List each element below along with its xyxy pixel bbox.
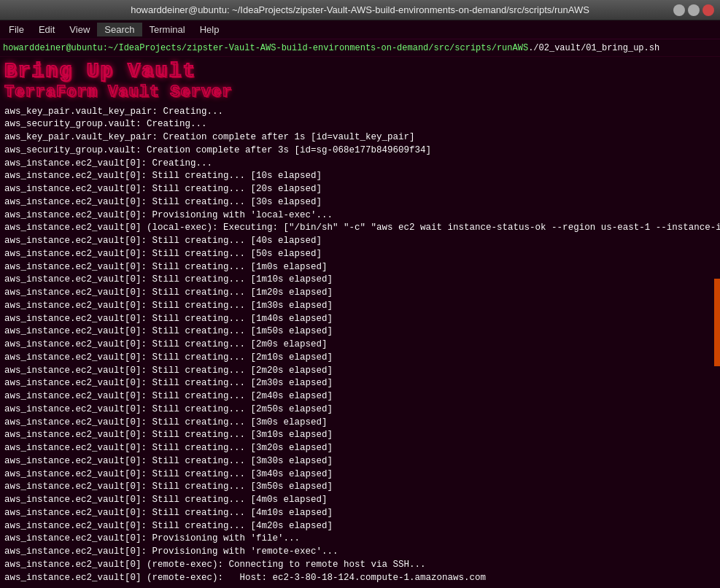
terminal-line: aws_instance.ec2_vault[0]: Still creatin… [4, 287, 716, 300]
menu-item-file[interactable]: File [1, 23, 31, 36]
terminal-line: aws_instance.ec2_vault[0]: Still creatin… [4, 300, 716, 313]
terminal-line: aws_instance.ec2_vault[0] (remote-exec):… [4, 572, 716, 585]
terminal-line: aws_instance.ec2_vault[0]: Still creatin… [4, 183, 716, 196]
terminal-line: aws_instance.ec2_vault[0]: Provisioning … [4, 209, 716, 223]
terminal-output: aws_key_pair.vault_key_pair: Creating...… [4, 106, 716, 585]
maximize-button[interactable] [688, 4, 700, 16]
terminal-line: aws_instance.ec2_vault[0]: Still creatin… [4, 261, 716, 274]
title-bar: howarddeiner@ubuntu: ~/IdeaProjects/zips… [0, 0, 720, 20]
terminal-line: aws_instance.ec2_vault[0]: Still creatin… [4, 403, 716, 417]
close-button[interactable] [702, 4, 714, 16]
terminal-line: aws_instance.ec2_vault[0]: Still creatin… [4, 507, 716, 520]
terminal-line: aws_instance.ec2_vault[0]: Provisioning … [4, 533, 716, 546]
terminal-line: aws_instance.ec2_vault[0]: Still creatin… [4, 429, 716, 442]
scrollbar[interactable] [714, 279, 720, 366]
prompt-user: howarddeiner@ubuntu:~/IdeaProjects/zipst… [3, 43, 528, 53]
terminal-line: aws_instance.ec2_vault[0]: Still creatin… [4, 442, 716, 455]
terminal-line: aws_instance.ec2_vault[0]: Still creatin… [4, 520, 716, 533]
terminal-line: aws_instance.ec2_vault[0]: Still creatin… [4, 365, 716, 378]
terminal-line: aws_instance.ec2_vault[0]: Still creatin… [4, 196, 716, 209]
terminal-line: aws_instance.ec2_vault[0]: Still creatin… [4, 417, 716, 430]
terminal-line: aws_instance.ec2_vault[0]: Provisioning … [4, 546, 716, 559]
terminal-line: aws_key_pair.vault_key_pair: Creating... [4, 106, 716, 119]
menu-item-view[interactable]: View [62, 23, 97, 36]
prompt-bar: howarddeiner@ubuntu:~/IdeaProjects/zipst… [0, 39, 720, 57]
terminal-line: aws_instance.ec2_vault[0]: Still creatin… [4, 170, 716, 183]
menu-item-terminal[interactable]: Terminal [142, 23, 193, 36]
terminal-content[interactable]: Bring Up Vault TerraForm Vault Server aw… [0, 57, 720, 588]
terminal-line: aws_instance.ec2_vault[0]: Still creatin… [4, 455, 716, 468]
title-bar-text: howarddeiner@ubuntu: ~/IdeaProjects/zips… [131, 4, 589, 15]
terminal-line: aws_instance.ec2_vault[0]: Still creatin… [4, 274, 716, 287]
menu-item-search[interactable]: Search [97, 23, 142, 36]
terminal-line: aws_instance.ec2_vault[0]: Still creatin… [4, 325, 716, 339]
prompt-cmd: ./02_vault/01_bring_up.sh [528, 43, 659, 53]
ascii-art: Bring Up Vault TerraForm Vault Server [4, 60, 716, 103]
menu-bar: FileEditViewSearchTerminalHelp [0, 20, 720, 39]
minimize-button[interactable] [673, 4, 685, 16]
terminal-line: aws_instance.ec2_vault[0]: Creating... [4, 158, 716, 171]
terminal-line: aws_instance.ec2_vault[0]: Still creatin… [4, 390, 716, 403]
terminal-line: aws_instance.ec2_vault[0] (local-exec): … [4, 222, 716, 235]
terminal-line: aws_instance.ec2_vault[0]: Still creatin… [4, 248, 716, 261]
terminal-line: aws_instance.ec2_vault[0] (remote-exec):… [4, 559, 716, 572]
terminal-line: aws_instance.ec2_vault[0]: Still creatin… [4, 235, 716, 248]
ascii-line1: Bring Up Vault [4, 60, 716, 83]
terminal-line: aws_instance.ec2_vault[0]: Still creatin… [4, 468, 716, 481]
terminal-line: aws_security_group.vault: Creation compl… [4, 144, 716, 158]
menu-item-help[interactable]: Help [193, 23, 227, 36]
terminal-line: aws_instance.ec2_vault[0]: Still creatin… [4, 494, 716, 507]
terminal-line: aws_instance.ec2_vault[0]: Still creatin… [4, 481, 716, 494]
window-controls [673, 4, 714, 16]
terminal-line: aws_instance.ec2_vault[0]: Still creatin… [4, 377, 716, 390]
menu-item-edit[interactable]: Edit [31, 23, 62, 36]
terminal-line: aws_instance.ec2_vault[0]: Still creatin… [4, 313, 716, 326]
terminal-line: aws_key_pair.vault_key_pair: Creation co… [4, 131, 716, 144]
terminal-line: aws_security_group.vault: Creating... [4, 118, 716, 131]
terminal-line: aws_instance.ec2_vault[0]: Still creatin… [4, 339, 716, 352]
ascii-line2: TerraForm Vault Server [4, 83, 716, 102]
terminal-line: aws_instance.ec2_vault[0]: Still creatin… [4, 352, 716, 365]
